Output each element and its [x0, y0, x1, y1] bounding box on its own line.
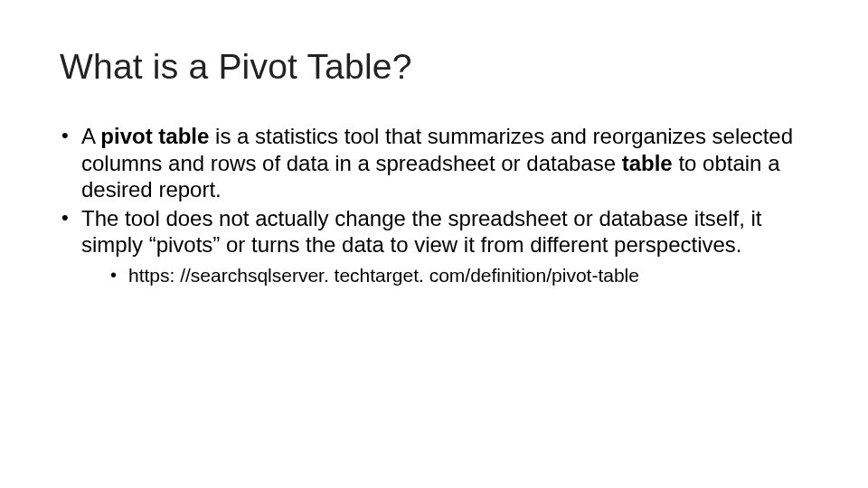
sub-bullet-1: https: //searchsqlserver. techtarget. co…	[108, 264, 808, 287]
bullet-1-bold-2: table	[622, 151, 673, 175]
sub-list: https: //searchsqlserver. techtarget. co…	[81, 264, 808, 287]
slide-title: What is a Pivot Table?	[60, 47, 808, 87]
bullet-2-text: The tool does not actually change the sp…	[81, 206, 761, 258]
sub-bullet-1-text: https: //searchsqlserver. techtarget. co…	[128, 265, 639, 286]
bullet-2: The tool does not actually change the sp…	[60, 205, 808, 287]
body-list: A pivot table is a statistics tool that …	[60, 123, 808, 287]
bullet-1: A pivot table is a statistics tool that …	[60, 123, 808, 203]
bullet-1-bold-1: pivot table	[100, 124, 209, 148]
slide: What is a Pivot Table? A pivot table is …	[0, 0, 868, 488]
bullet-1-text-pre: A	[81, 124, 100, 148]
